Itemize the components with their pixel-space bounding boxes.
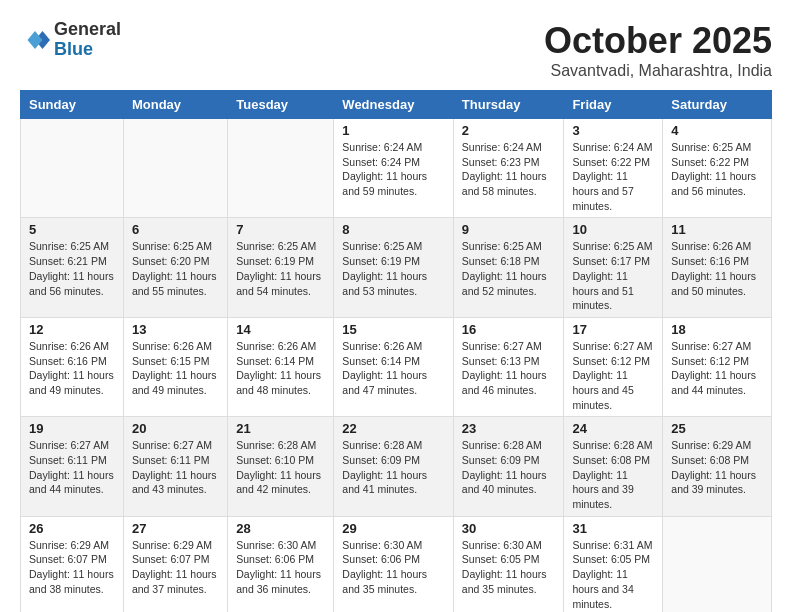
day-number: 15 xyxy=(342,322,445,337)
day-number: 10 xyxy=(572,222,654,237)
calendar-cell: 1Sunrise: 6:24 AMSunset: 6:24 PMDaylight… xyxy=(334,119,454,218)
day-number: 7 xyxy=(236,222,325,237)
calendar-cell xyxy=(123,119,227,218)
week-row-3: 12Sunrise: 6:26 AMSunset: 6:16 PMDayligh… xyxy=(21,317,772,416)
calendar-cell: 23Sunrise: 6:28 AMSunset: 6:09 PMDayligh… xyxy=(453,417,564,516)
day-info: Sunrise: 6:31 AMSunset: 6:05 PMDaylight:… xyxy=(572,538,654,611)
weekday-header-row: SundayMondayTuesdayWednesdayThursdayFrid… xyxy=(21,91,772,119)
day-info: Sunrise: 6:27 AMSunset: 6:11 PMDaylight:… xyxy=(132,438,219,497)
logo-general: General xyxy=(54,20,121,40)
calendar-body: 1Sunrise: 6:24 AMSunset: 6:24 PMDaylight… xyxy=(21,119,772,613)
calendar-cell: 29Sunrise: 6:30 AMSunset: 6:06 PMDayligh… xyxy=(334,516,454,612)
calendar-cell: 20Sunrise: 6:27 AMSunset: 6:11 PMDayligh… xyxy=(123,417,227,516)
week-row-5: 26Sunrise: 6:29 AMSunset: 6:07 PMDayligh… xyxy=(21,516,772,612)
day-info: Sunrise: 6:26 AMSunset: 6:16 PMDaylight:… xyxy=(29,339,115,398)
calendar-cell: 17Sunrise: 6:27 AMSunset: 6:12 PMDayligh… xyxy=(564,317,663,416)
day-number: 22 xyxy=(342,421,445,436)
calendar-cell: 22Sunrise: 6:28 AMSunset: 6:09 PMDayligh… xyxy=(334,417,454,516)
day-info: Sunrise: 6:27 AMSunset: 6:13 PMDaylight:… xyxy=(462,339,556,398)
weekday-header-tuesday: Tuesday xyxy=(228,91,334,119)
day-number: 3 xyxy=(572,123,654,138)
day-number: 19 xyxy=(29,421,115,436)
calendar-cell: 14Sunrise: 6:26 AMSunset: 6:14 PMDayligh… xyxy=(228,317,334,416)
day-info: Sunrise: 6:30 AMSunset: 6:06 PMDaylight:… xyxy=(236,538,325,597)
day-info: Sunrise: 6:27 AMSunset: 6:11 PMDaylight:… xyxy=(29,438,115,497)
calendar-cell: 27Sunrise: 6:29 AMSunset: 6:07 PMDayligh… xyxy=(123,516,227,612)
day-info: Sunrise: 6:28 AMSunset: 6:08 PMDaylight:… xyxy=(572,438,654,511)
logo-icon xyxy=(20,25,50,55)
calendar-cell: 16Sunrise: 6:27 AMSunset: 6:13 PMDayligh… xyxy=(453,317,564,416)
day-info: Sunrise: 6:30 AMSunset: 6:05 PMDaylight:… xyxy=(462,538,556,597)
weekday-header-thursday: Thursday xyxy=(453,91,564,119)
day-number: 31 xyxy=(572,521,654,536)
calendar-cell: 31Sunrise: 6:31 AMSunset: 6:05 PMDayligh… xyxy=(564,516,663,612)
weekday-header-monday: Monday xyxy=(123,91,227,119)
day-number: 13 xyxy=(132,322,219,337)
day-info: Sunrise: 6:25 AMSunset: 6:19 PMDaylight:… xyxy=(236,239,325,298)
calendar-cell: 4Sunrise: 6:25 AMSunset: 6:22 PMDaylight… xyxy=(663,119,772,218)
calendar-cell: 8Sunrise: 6:25 AMSunset: 6:19 PMDaylight… xyxy=(334,218,454,317)
day-info: Sunrise: 6:25 AMSunset: 6:20 PMDaylight:… xyxy=(132,239,219,298)
calendar-cell: 30Sunrise: 6:30 AMSunset: 6:05 PMDayligh… xyxy=(453,516,564,612)
day-number: 21 xyxy=(236,421,325,436)
logo: General Blue xyxy=(20,20,121,60)
day-number: 9 xyxy=(462,222,556,237)
logo-text: General Blue xyxy=(54,20,121,60)
day-info: Sunrise: 6:25 AMSunset: 6:17 PMDaylight:… xyxy=(572,239,654,312)
day-info: Sunrise: 6:24 AMSunset: 6:24 PMDaylight:… xyxy=(342,140,445,199)
calendar-cell: 6Sunrise: 6:25 AMSunset: 6:20 PMDaylight… xyxy=(123,218,227,317)
main-title: October 2025 xyxy=(544,20,772,62)
day-info: Sunrise: 6:29 AMSunset: 6:07 PMDaylight:… xyxy=(29,538,115,597)
day-info: Sunrise: 6:24 AMSunset: 6:22 PMDaylight:… xyxy=(572,140,654,213)
day-number: 24 xyxy=(572,421,654,436)
day-info: Sunrise: 6:25 AMSunset: 6:18 PMDaylight:… xyxy=(462,239,556,298)
calendar-cell: 21Sunrise: 6:28 AMSunset: 6:10 PMDayligh… xyxy=(228,417,334,516)
day-info: Sunrise: 6:27 AMSunset: 6:12 PMDaylight:… xyxy=(572,339,654,412)
calendar-table: SundayMondayTuesdayWednesdayThursdayFrid… xyxy=(20,90,772,612)
calendar-cell xyxy=(228,119,334,218)
calendar-cell xyxy=(21,119,124,218)
day-number: 1 xyxy=(342,123,445,138)
day-number: 30 xyxy=(462,521,556,536)
calendar-cell: 28Sunrise: 6:30 AMSunset: 6:06 PMDayligh… xyxy=(228,516,334,612)
calendar-header: SundayMondayTuesdayWednesdayThursdayFrid… xyxy=(21,91,772,119)
calendar-cell: 19Sunrise: 6:27 AMSunset: 6:11 PMDayligh… xyxy=(21,417,124,516)
calendar-cell xyxy=(663,516,772,612)
day-number: 27 xyxy=(132,521,219,536)
weekday-header-wednesday: Wednesday xyxy=(334,91,454,119)
weekday-header-sunday: Sunday xyxy=(21,91,124,119)
day-number: 12 xyxy=(29,322,115,337)
calendar-cell: 10Sunrise: 6:25 AMSunset: 6:17 PMDayligh… xyxy=(564,218,663,317)
calendar-cell: 18Sunrise: 6:27 AMSunset: 6:12 PMDayligh… xyxy=(663,317,772,416)
day-number: 16 xyxy=(462,322,556,337)
week-row-2: 5Sunrise: 6:25 AMSunset: 6:21 PMDaylight… xyxy=(21,218,772,317)
day-number: 17 xyxy=(572,322,654,337)
calendar-cell: 5Sunrise: 6:25 AMSunset: 6:21 PMDaylight… xyxy=(21,218,124,317)
day-info: Sunrise: 6:26 AMSunset: 6:14 PMDaylight:… xyxy=(342,339,445,398)
day-number: 26 xyxy=(29,521,115,536)
day-info: Sunrise: 6:28 AMSunset: 6:09 PMDaylight:… xyxy=(342,438,445,497)
day-number: 6 xyxy=(132,222,219,237)
calendar-cell: 15Sunrise: 6:26 AMSunset: 6:14 PMDayligh… xyxy=(334,317,454,416)
day-number: 20 xyxy=(132,421,219,436)
day-number: 14 xyxy=(236,322,325,337)
calendar-cell: 24Sunrise: 6:28 AMSunset: 6:08 PMDayligh… xyxy=(564,417,663,516)
weekday-header-friday: Friday xyxy=(564,91,663,119)
calendar-cell: 7Sunrise: 6:25 AMSunset: 6:19 PMDaylight… xyxy=(228,218,334,317)
day-info: Sunrise: 6:25 AMSunset: 6:19 PMDaylight:… xyxy=(342,239,445,298)
day-info: Sunrise: 6:27 AMSunset: 6:12 PMDaylight:… xyxy=(671,339,763,398)
day-number: 5 xyxy=(29,222,115,237)
day-info: Sunrise: 6:30 AMSunset: 6:06 PMDaylight:… xyxy=(342,538,445,597)
calendar-cell: 12Sunrise: 6:26 AMSunset: 6:16 PMDayligh… xyxy=(21,317,124,416)
calendar-cell: 26Sunrise: 6:29 AMSunset: 6:07 PMDayligh… xyxy=(21,516,124,612)
day-number: 29 xyxy=(342,521,445,536)
day-number: 18 xyxy=(671,322,763,337)
week-row-1: 1Sunrise: 6:24 AMSunset: 6:24 PMDaylight… xyxy=(21,119,772,218)
day-info: Sunrise: 6:28 AMSunset: 6:10 PMDaylight:… xyxy=(236,438,325,497)
day-number: 11 xyxy=(671,222,763,237)
day-number: 23 xyxy=(462,421,556,436)
calendar-cell: 3Sunrise: 6:24 AMSunset: 6:22 PMDaylight… xyxy=(564,119,663,218)
day-number: 4 xyxy=(671,123,763,138)
day-info: Sunrise: 6:26 AMSunset: 6:14 PMDaylight:… xyxy=(236,339,325,398)
day-info: Sunrise: 6:25 AMSunset: 6:22 PMDaylight:… xyxy=(671,140,763,199)
